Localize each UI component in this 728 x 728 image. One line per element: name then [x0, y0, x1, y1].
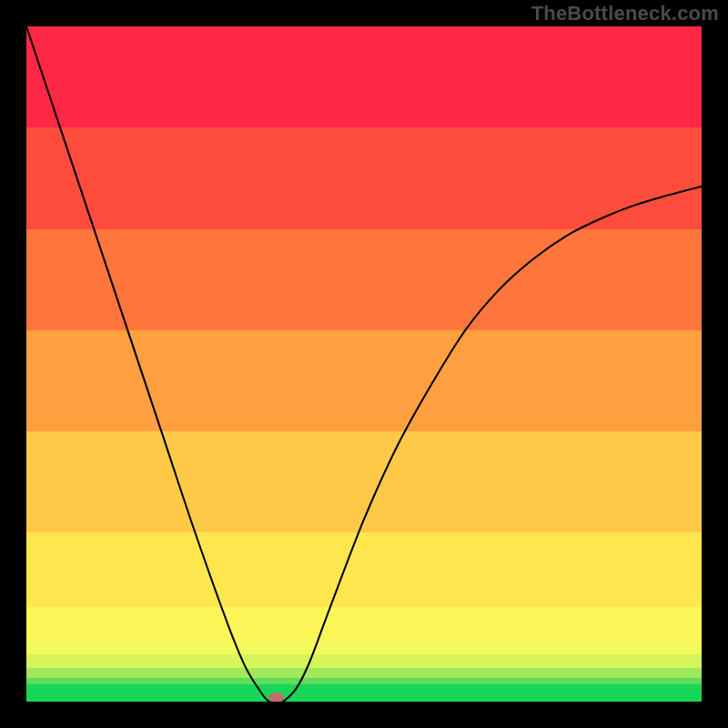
chart-container: TheBottleneck.com [0, 0, 728, 728]
watermark-text: TheBottleneck.com [531, 2, 719, 25]
gradient-background [26, 26, 702, 702]
bottleneck-curve-chart [26, 26, 702, 702]
